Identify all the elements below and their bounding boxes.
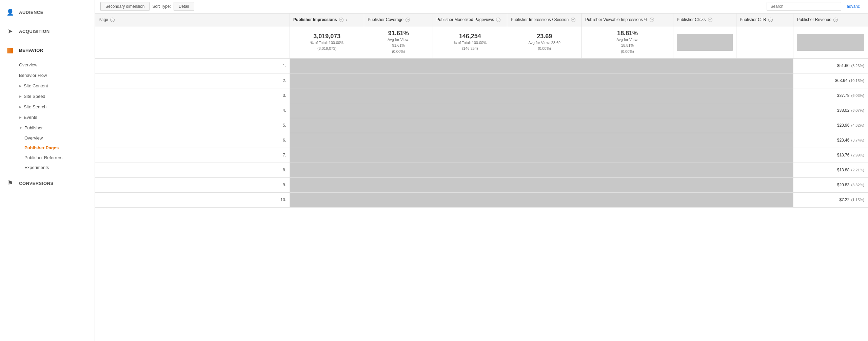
summary-session-cell: 23.69 Avg for View: 23.69(0.00%)	[507, 26, 581, 58]
help-icon-monetized[interactable]: ?	[496, 18, 500, 22]
secondary-dimension-button[interactable]: Secondary dimension	[100, 2, 150, 11]
row-page-cell	[290, 88, 793, 103]
col-header-clicks: Publisher Clicks ?	[673, 14, 736, 26]
summary-monetized-sub: % of Total: 100.00%(146,254)	[436, 40, 504, 52]
sidebar-item-publisher[interactable]: ▼Publisher	[19, 123, 95, 133]
sidebar-item-events[interactable]: ▶Events	[19, 112, 95, 123]
sidebar-item-audience[interactable]: 👤 AUDIENCE	[0, 3, 95, 22]
conversions-label: CONVERSIONS	[19, 181, 54, 186]
row-revenue-cell: $37.78 (6.03%)	[793, 88, 868, 103]
summary-session-val: 23.69	[511, 33, 578, 40]
help-icon-clicks[interactable]: ?	[708, 18, 712, 22]
help-icon-page[interactable]: ?	[110, 18, 115, 22]
advanced-button[interactable]: advanc	[844, 2, 863, 10]
col-header-session: Publisher Impressions / Session ?	[507, 14, 581, 26]
sidebar-item-experiments[interactable]: Experiments	[24, 163, 95, 172]
sidebar-item-site-search[interactable]: ▶Site Search	[19, 102, 95, 112]
behavior-label: BEHAVIOR	[19, 48, 43, 53]
sidebar-item-publisher-referrers[interactable]: Publisher Referrers	[24, 153, 95, 163]
help-icon-viewable[interactable]: ?	[650, 18, 654, 22]
col-header-page: Page ?	[95, 14, 290, 26]
summary-page-cell	[95, 26, 290, 58]
revenue-pct: (6.03%)	[851, 93, 864, 98]
table-row: 4.$38.02 (6.07%)	[95, 103, 868, 118]
help-icon-coverage[interactable]: ?	[406, 18, 410, 22]
revenue-pct: (4.62%)	[851, 123, 864, 127]
sidebar-item-conversions[interactable]: ⚑ CONVERSIONS	[0, 174, 95, 193]
search-input[interactable]	[767, 2, 841, 11]
row-number: 7.	[95, 148, 290, 163]
sidebar-item-publisher-overview[interactable]: Overview	[24, 133, 95, 143]
summary-monetized-val: 146,254	[436, 33, 504, 40]
row-page-cell	[290, 118, 793, 133]
sidebar-item-site-speed[interactable]: ▶Site Speed	[19, 91, 95, 102]
chevron-right-icon: ▶	[19, 115, 22, 119]
sidebar-item-behavior-flow[interactable]: Behavior Flow	[19, 70, 95, 81]
col-header-monetized: Publisher Monetized Pageviews ?	[433, 14, 507, 26]
row-number: 9.	[95, 177, 290, 192]
revenue-pct: (6.07%)	[851, 108, 864, 112]
help-icon-impressions[interactable]: ?	[339, 18, 343, 22]
revenue-pct: (2.99%)	[851, 153, 864, 157]
sort-arrow-impressions: ↓	[346, 18, 347, 22]
summary-row: 3,019,073 % of Total: 100.00%(3,019,073)…	[95, 26, 868, 58]
table-header-row: Page ? Publisher Impressions ? ↓ Publish…	[95, 14, 868, 26]
behavior-subnav: Overview Behavior Flow ▶Site Content ▶Si…	[0, 60, 95, 172]
row-page-cell	[290, 73, 793, 88]
revenue-value: $18.76	[837, 153, 850, 157]
summary-revenue-block	[797, 34, 864, 51]
row-revenue-cell: $23.46 (3.74%)	[793, 133, 868, 148]
audience-icon: 👤	[5, 7, 15, 17]
sidebar-item-site-content[interactable]: ▶Site Content	[19, 81, 95, 91]
revenue-pct: (2.21%)	[851, 168, 864, 172]
row-number: 1.	[95, 58, 290, 73]
table-row: 10.$7.22 (1.15%)	[95, 192, 868, 207]
row-revenue-cell: $28.96 (4.62%)	[793, 118, 868, 133]
chevron-right-icon: ▶	[19, 105, 22, 109]
summary-ctr-cell	[736, 26, 793, 58]
revenue-value: $13.88	[837, 168, 850, 172]
chevron-right-icon: ▶	[19, 84, 22, 88]
col-header-impressions: Publisher Impressions ? ↓	[290, 14, 364, 26]
row-number: 8.	[95, 163, 290, 177]
help-icon-revenue[interactable]: ?	[833, 18, 838, 22]
row-revenue-cell: $7.22 (1.15%)	[793, 192, 868, 207]
summary-viewable-cell: 18.81% Avg for View:18.81%(0.00%)	[581, 26, 673, 58]
table-row: 8.$13.88 (2.21%)	[95, 163, 868, 177]
row-revenue-cell: $18.76 (2.99%)	[793, 148, 868, 163]
row-revenue-cell: $38.02 (6.07%)	[793, 103, 868, 118]
table-row: 9.$20.83 (3.32%)	[95, 177, 868, 192]
revenue-value: $23.46	[837, 138, 850, 143]
summary-impressions-sub: % of Total: 100.00%(3,019,073)	[293, 40, 360, 52]
sidebar-item-behavior[interactable]: ▦ BEHAVIOR	[0, 41, 95, 60]
table-row: 3.$37.78 (6.03%)	[95, 88, 868, 103]
summary-monetized-cell: 146,254 % of Total: 100.00%(146,254)	[433, 26, 507, 58]
acquisition-label: ACQUISITION	[19, 29, 50, 34]
sidebar: 👤 AUDIENCE ➤ ACQUISITION ▦ BEHAVIOR Over…	[0, 0, 95, 341]
conversions-icon: ⚑	[5, 178, 15, 188]
sidebar-item-acquisition[interactable]: ➤ ACQUISITION	[0, 22, 95, 41]
revenue-pct: (3.74%)	[851, 138, 864, 142]
row-page-cell	[290, 192, 793, 207]
help-icon-ctr[interactable]: ?	[768, 18, 773, 22]
revenue-value: $7.22	[839, 197, 849, 202]
table-row: 6.$23.46 (3.74%)	[95, 133, 868, 148]
row-number: 5.	[95, 118, 290, 133]
row-page-cell	[290, 163, 793, 177]
summary-coverage-cell: 91.61% Avg for View:91.61%(0.00%)	[364, 26, 433, 58]
sidebar-item-overview[interactable]: Overview	[19, 60, 95, 70]
table-row: 2.$63.64 (10.15%)	[95, 73, 868, 88]
behavior-icon: ▦	[5, 45, 15, 55]
revenue-value: $20.83	[837, 183, 850, 187]
revenue-value: $51.60	[837, 63, 850, 68]
row-number: 10.	[95, 192, 290, 207]
row-number: 3.	[95, 88, 290, 103]
row-number: 4.	[95, 103, 290, 118]
row-revenue-cell: $20.83 (3.32%)	[793, 177, 868, 192]
detail-button[interactable]: Detail	[174, 2, 194, 11]
col-header-coverage: Publisher Coverage ?	[364, 14, 433, 26]
help-icon-session[interactable]: ?	[571, 18, 575, 22]
summary-viewable-sub: Avg for View:18.81%(0.00%)	[585, 37, 670, 55]
sidebar-item-publisher-pages[interactable]: Publisher Pages	[24, 143, 95, 153]
row-revenue-cell: $13.88 (2.21%)	[793, 163, 868, 177]
